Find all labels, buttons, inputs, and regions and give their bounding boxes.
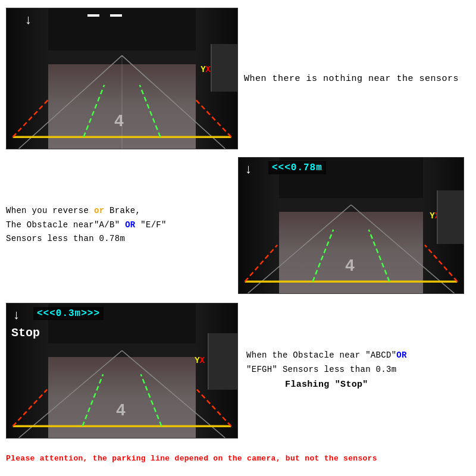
bot-line1: When the Obstacle near "ABCD"OR xyxy=(246,350,407,360)
or-blue-3: OR xyxy=(396,350,406,360)
svg-line-15 xyxy=(369,229,390,281)
or-orange: or xyxy=(94,206,104,215)
bot-line2: "EFGH" Sensors less than 0.3m xyxy=(246,365,396,374)
mid-line2: The Obstacle near"A/B" OR "E/F" xyxy=(6,220,167,230)
camera-image-3: 4 ↓ <<<0.3m>>> Stop YX xyxy=(6,303,238,439)
svg-line-6 xyxy=(140,85,161,137)
text-caption-1: When there is nothing near the sensors xyxy=(238,74,470,84)
svg-line-21 xyxy=(197,389,231,425)
svg-line-0 xyxy=(18,55,122,149)
mid-line3: Sensors less than 0.78m xyxy=(6,234,125,243)
svg-line-17 xyxy=(19,350,122,438)
yx-label-3: YX xyxy=(195,356,205,365)
text-caption-2: When you reverse or Brake, The Obstacle … xyxy=(6,204,238,246)
bot-text: When the Obstacle near "ABCD"OR "EFGH" S… xyxy=(246,349,407,392)
or-blue-2: OR xyxy=(125,220,135,230)
flashing-label: Flashing "Stop" xyxy=(246,377,407,393)
camera-image-2: 4 ↓ <<<0.78m YX xyxy=(238,157,464,294)
svg-line-12 xyxy=(245,245,278,281)
footer-text: Please attention, the parking line depen… xyxy=(6,454,377,463)
yx-label-1: YX xyxy=(201,65,211,74)
arrow-down-3: ↓ xyxy=(12,308,20,323)
stop-label: Stop xyxy=(11,326,40,340)
svg-line-20 xyxy=(13,389,47,425)
row-top: 4 ↓ YX When there is nothing near the se… xyxy=(0,0,476,155)
text-caption-3: When the Obstacle near "ABCD"OR "EFGH" S… xyxy=(238,349,470,392)
camera-image-1: 4 ↓ YX xyxy=(6,8,238,149)
svg-line-13 xyxy=(425,245,458,281)
footer-bar: Please attention, the parking line depen… xyxy=(0,445,476,471)
svg-text:4: 4 xyxy=(345,256,355,274)
svg-line-3 xyxy=(13,100,48,137)
svg-line-9 xyxy=(248,205,351,293)
page-container: 4 ↓ YX When there is nothing near the se… xyxy=(0,0,476,476)
svg-text:4: 4 xyxy=(116,400,126,419)
distance-label-2: <<<0.78m xyxy=(268,161,326,174)
row-bot: 4 ↓ <<<0.3m>>> Stop YX When the Obstacle… xyxy=(0,300,476,445)
mid-line1: When you reverse or Brake, xyxy=(6,206,140,215)
dash-marks xyxy=(87,14,122,17)
row-mid: When you reverse or Brake, The Obstacle … xyxy=(0,155,476,300)
mid-text: When you reverse or Brake, The Obstacle … xyxy=(6,204,167,246)
distance-label-3: <<<0.3m>>> xyxy=(33,307,104,320)
svg-line-14 xyxy=(313,229,334,281)
arrow-down-1: ↓ xyxy=(24,13,32,28)
caption-1-text: When there is nothing near the sensors xyxy=(244,74,459,84)
svg-text:4: 4 xyxy=(114,111,124,130)
svg-line-4 xyxy=(196,100,231,137)
arrow-down-2: ↓ xyxy=(245,162,252,177)
svg-line-5 xyxy=(84,85,105,137)
